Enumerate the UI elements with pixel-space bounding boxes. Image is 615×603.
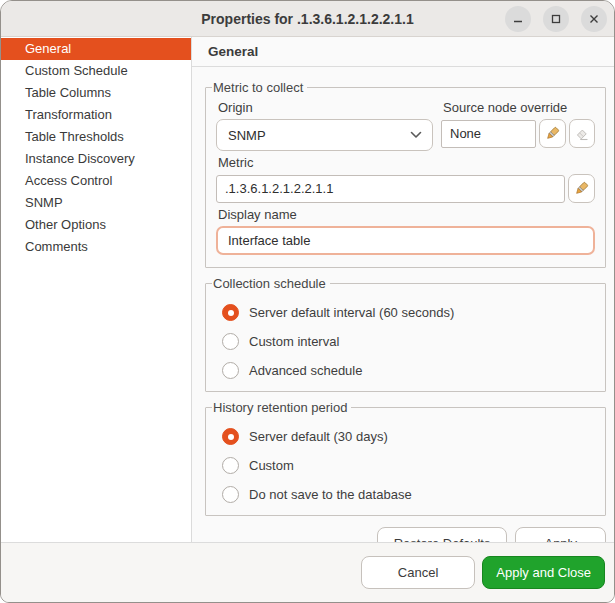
origin-label: Origin [218, 100, 433, 115]
sidebar-item-transformation[interactable]: Transformation [1, 104, 191, 126]
radio-button [222, 333, 239, 350]
close-icon [588, 13, 600, 25]
radio-button [222, 457, 239, 474]
radio-label: Server default interval (60 seconds) [249, 305, 454, 320]
radio-label: Custom [249, 458, 294, 473]
radio-do-not-save[interactable]: Do not save to the database [222, 486, 595, 503]
sidebar-item-label: Table Columns [25, 85, 111, 100]
source-node-override-label: Source node override [443, 100, 595, 115]
metric-to-collect-legend: Metric to collect [212, 80, 307, 95]
select-source-node-button[interactable] [539, 119, 566, 148]
sidebar-item-table-columns[interactable]: Table Columns [1, 82, 191, 104]
close-button[interactable] [581, 6, 607, 32]
radio-button [222, 486, 239, 503]
sidebar-item-label: Other Options [25, 217, 106, 232]
radio-button [222, 362, 239, 379]
history-retention-legend: History retention period [212, 400, 351, 415]
dialog-footer: Cancel Apply and Close [1, 542, 614, 602]
sidebar-item-label: General [25, 41, 71, 56]
collection-schedule-legend: Collection schedule [212, 276, 330, 291]
collection-schedule-group: Collection schedule Server default inter… [205, 276, 606, 392]
minimize-button[interactable] [505, 6, 531, 32]
sidebar-item-custom-schedule[interactable]: Custom Schedule [1, 60, 191, 82]
sidebar-item-label: Custom Schedule [25, 63, 128, 78]
metric-input[interactable] [216, 175, 565, 203]
radio-custom-retention[interactable]: Custom [222, 457, 595, 474]
sidebar-item-table-thresholds[interactable]: Table Thresholds [1, 126, 191, 148]
maximize-button[interactable] [543, 6, 569, 32]
window-title: Properties for .1.3.6.1.2.1.2.2.1.1 [201, 11, 413, 27]
radio-label: Do not save to the database [249, 487, 412, 502]
sidebar-item-label: Instance Discovery [25, 151, 135, 166]
radio-button [222, 428, 239, 445]
page-title-text: General [208, 44, 258, 59]
radio-label: Custom interval [249, 334, 339, 349]
titlebar[interactable]: Properties for .1.3.6.1.2.1.2.2.1.1 [1, 1, 614, 37]
select-metric-button[interactable] [568, 174, 595, 203]
metric-label: Metric [218, 155, 595, 170]
display-name-label: Display name [218, 207, 595, 222]
sidebar-item-access-control[interactable]: Access Control [1, 170, 191, 192]
radio-advanced-schedule[interactable]: Advanced schedule [222, 362, 595, 379]
apply-and-close-button[interactable]: Apply and Close [482, 556, 605, 589]
page-content: Metric to collect Origin SNMP Source nod… [192, 67, 614, 560]
window-controls [505, 6, 607, 32]
origin-select[interactable]: SNMP [216, 119, 433, 151]
sidebar-item-other-options[interactable]: Other Options [1, 214, 191, 236]
history-retention-group: History retention period Server default … [205, 400, 606, 516]
sidebar-item-snmp[interactable]: SNMP [1, 192, 191, 214]
sidebar-item-label: Access Control [25, 173, 112, 188]
sidebar-item-comments[interactable]: Comments [1, 236, 191, 258]
radio-label: Server default (30 days) [249, 429, 388, 444]
dialog-body: General Custom Schedule Table Columns Tr… [1, 37, 614, 542]
origin-selected-value: SNMP [228, 128, 266, 143]
display-name-input[interactable] [216, 226, 595, 255]
radio-label: Advanced schedule [249, 363, 362, 378]
minimize-icon [512, 13, 524, 25]
clear-source-node-button[interactable] [569, 119, 596, 148]
sidebar-item-label: SNMP [25, 195, 63, 210]
cancel-button[interactable]: Cancel [361, 556, 475, 589]
properties-dialog: Properties for .1.3.6.1.2.1.2.2.1.1 Gene… [0, 0, 615, 603]
radio-custom-interval[interactable]: Custom interval [222, 333, 595, 350]
pen-icon [545, 126, 560, 141]
source-node-override-input[interactable] [441, 120, 536, 148]
sidebar-item-instance-discovery[interactable]: Instance Discovery [1, 148, 191, 170]
metric-to-collect-group: Metric to collect Origin SNMP Source nod… [205, 80, 606, 268]
sidebar-item-label: Comments [25, 239, 88, 254]
sidebar-item-label: Transformation [25, 107, 112, 122]
sidebar-item-label: Table Thresholds [25, 129, 124, 144]
eraser-icon [574, 126, 589, 141]
sidebar-item-general[interactable]: General [1, 38, 191, 60]
maximize-icon [550, 13, 562, 25]
content-pane: General Metric to collect Origin SNMP [192, 37, 614, 542]
pen-icon [574, 181, 589, 196]
sidebar: General Custom Schedule Table Columns Tr… [1, 37, 192, 542]
chevron-down-icon [410, 131, 422, 139]
page-title: General [192, 37, 614, 67]
radio-server-default-retention[interactable]: Server default (30 days) [222, 428, 595, 445]
radio-button [222, 304, 239, 321]
radio-server-default-interval[interactable]: Server default interval (60 seconds) [222, 304, 595, 321]
